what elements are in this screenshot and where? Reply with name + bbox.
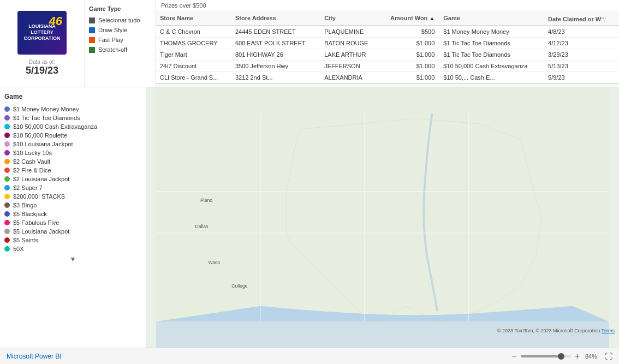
cell-address: 3212 2nd St... bbox=[231, 71, 320, 83]
legend-item[interactable]: $200,000! STACKS bbox=[4, 192, 141, 201]
legend-item[interactable]: $2 Super 7 bbox=[4, 183, 141, 192]
filter-item-scratchoff[interactable]: Scratch-off bbox=[89, 45, 151, 55]
cell-date: 4/12/23 bbox=[544, 37, 619, 49]
legend-label: $5 Louisiana Jackpot bbox=[13, 228, 69, 235]
cell-amount: $500 bbox=[379, 26, 439, 38]
zoom-thumb[interactable] bbox=[558, 353, 564, 360]
map-area[interactable]: Plano Dallas Waco CollegeStation Conroe … bbox=[146, 87, 619, 348]
filter-item-draw[interactable]: Draw Style bbox=[89, 25, 151, 35]
legend-label: $200,000! STACKS bbox=[13, 193, 65, 200]
legend-item[interactable]: $3 Bingo bbox=[4, 201, 141, 210]
col-address[interactable]: Store Address bbox=[231, 11, 320, 26]
cell-store: THOMAS GROCERY bbox=[156, 37, 231, 49]
cell-city: JEFFERSON bbox=[320, 60, 379, 71]
legend-label: $10 50,000 Roulette bbox=[13, 132, 67, 139]
table-row: 24/7 Discount 3500 Jefferson Hwy JEFFERS… bbox=[156, 60, 619, 71]
fullscreen-icon[interactable]: ⛶ bbox=[605, 352, 612, 361]
powerbi-link[interactable]: Microsoft Power BI bbox=[7, 353, 62, 360]
cell-amount: $1.000 bbox=[379, 49, 439, 60]
legend-item[interactable]: $5 Louisiana Jackpot bbox=[4, 227, 141, 236]
legend-label: $5 Saints bbox=[13, 237, 38, 243]
legend-item[interactable]: $1 Money Money Money bbox=[4, 105, 141, 114]
legend-label: $10 50,000 Cash Extravaganza bbox=[13, 123, 97, 130]
legend-label: 50X bbox=[13, 246, 24, 252]
table-row: THOMAS GROCERY 600 EAST POLK STREET BATO… bbox=[156, 37, 619, 49]
legend-dot bbox=[4, 176, 10, 182]
cell-amount: $1.000 bbox=[379, 37, 439, 49]
bottom-bar: Microsoft Power BI − + 84% ⛶ bbox=[0, 348, 619, 364]
legend-label: $10 Lucky 10s bbox=[13, 150, 52, 156]
zoom-plus-button[interactable]: + bbox=[575, 351, 580, 361]
cell-game: $10 50,000 Cash Extravaganza bbox=[439, 60, 544, 71]
filter-checkbox-all bbox=[89, 17, 95, 23]
filter-label-all: Selecionar tudo bbox=[98, 17, 140, 23]
filter-item-fastplay[interactable]: Fast Play bbox=[89, 35, 151, 45]
legend-dot bbox=[4, 194, 10, 199]
legend-item[interactable]: $2 Cash Vault bbox=[4, 157, 141, 166]
col-city[interactable]: City bbox=[320, 11, 379, 26]
legend-label: $2 Louisiana Jackpot bbox=[13, 176, 69, 182]
legend-item[interactable]: $10 50,000 Roulette bbox=[4, 131, 141, 140]
cell-address: 24445 EDEN STREET bbox=[231, 26, 320, 38]
cell-store: CLI Store - Grand S... bbox=[156, 71, 231, 83]
legend-dot bbox=[4, 159, 10, 164]
legend-item[interactable]: $2 Fire & Dice bbox=[4, 166, 141, 175]
filter-title: Game Type bbox=[89, 5, 151, 12]
legend-item[interactable]: $5 Blackjack bbox=[4, 210, 141, 218]
filter-label-draw: Draw Style bbox=[98, 27, 127, 33]
legend-item[interactable]: $10 Lucky 10s bbox=[4, 148, 141, 157]
total-empty bbox=[439, 83, 619, 87]
legend-item[interactable]: $1 Tic Tac Toe Diamonds bbox=[4, 114, 141, 122]
filter-item-all[interactable]: Selecionar tudo bbox=[89, 15, 151, 25]
legend-dot bbox=[4, 150, 10, 156]
cell-game: $1 Tic Tac Toe Diamonds bbox=[439, 49, 544, 60]
cell-amount: $1.000 bbox=[379, 71, 439, 83]
cell-address: 600 EAST POLK STREET bbox=[231, 37, 320, 49]
legend-item[interactable]: $10 Louisiana Jackpot bbox=[4, 140, 141, 148]
data-as-of-date: 5/19/23 bbox=[26, 65, 58, 76]
table-row: C & C Chevron 24445 EDEN STREET PLAQUEMI… bbox=[156, 26, 619, 38]
cell-city: ALEXANDRIA bbox=[320, 71, 379, 83]
cell-amount: $1.000 bbox=[379, 60, 439, 71]
col-date[interactable]: Date Claimed or W… bbox=[544, 11, 619, 26]
terms-link[interactable]: Terms bbox=[602, 328, 615, 333]
prize-filter-label: Prizes over $500 bbox=[156, 0, 619, 11]
legend-label: $10 Louisiana Jackpot bbox=[13, 141, 73, 147]
logo-number: 46 bbox=[49, 14, 62, 28]
cell-date: 5/13/23 bbox=[544, 60, 619, 71]
legend-dot bbox=[4, 106, 10, 112]
legend-item[interactable]: $10 50,000 Cash Extravaganza bbox=[4, 122, 141, 131]
legend-dot bbox=[4, 229, 10, 234]
total-row: Total $15.234.805 bbox=[156, 83, 619, 87]
legend-dot bbox=[4, 124, 10, 129]
cell-store: 24/7 Discount bbox=[156, 60, 231, 71]
col-store[interactable]: Store Name bbox=[156, 11, 231, 26]
legend-label: $2 Super 7 bbox=[13, 184, 43, 191]
zoom-slider[interactable] bbox=[521, 355, 570, 357]
legend-dot bbox=[4, 185, 10, 190]
cell-store: C & C Chevron bbox=[156, 26, 231, 38]
filter-checkbox-draw bbox=[89, 27, 95, 33]
legend-dot bbox=[4, 115, 10, 121]
legend-item[interactable]: $2 Louisiana Jackpot bbox=[4, 175, 141, 183]
col-amount[interactable]: Amount Won ▲ bbox=[379, 11, 439, 26]
filter-label-fastplay: Fast Play bbox=[98, 37, 123, 43]
zoom-minus-button[interactable]: − bbox=[511, 351, 516, 361]
legend-label: $5 Blackjack bbox=[13, 211, 47, 217]
legend-item[interactable]: $5 Fabulous Five bbox=[4, 218, 141, 227]
legend-scroll-button[interactable]: ▼ bbox=[4, 255, 141, 263]
col-game[interactable]: Game bbox=[439, 11, 544, 26]
cell-address: 3500 Jefferson Hwy bbox=[231, 60, 320, 71]
cell-city: PLAQUEMINE bbox=[320, 26, 379, 38]
cell-date: 4/8/23 bbox=[544, 26, 619, 38]
legend-label: $5 Fabulous Five bbox=[13, 219, 59, 226]
legend-item[interactable]: $5 Saints bbox=[4, 236, 141, 244]
legend-item[interactable]: 50X bbox=[4, 244, 141, 253]
logo-area: 46 LOUISIANALOTTERYCORPORATION Data as o… bbox=[0, 0, 85, 87]
map-attribution: © 2023 TomTom, © 2023 Microsoft Corporat… bbox=[497, 328, 615, 333]
cell-city: BATON ROUGE bbox=[320, 37, 379, 49]
table-area: Prizes over $500 Store Name Store Addres… bbox=[156, 0, 619, 87]
legend-dot bbox=[4, 141, 10, 147]
legend-dot bbox=[4, 133, 10, 138]
filter-area: Game Type Selecionar tudo Draw Style Fas… bbox=[85, 0, 156, 87]
